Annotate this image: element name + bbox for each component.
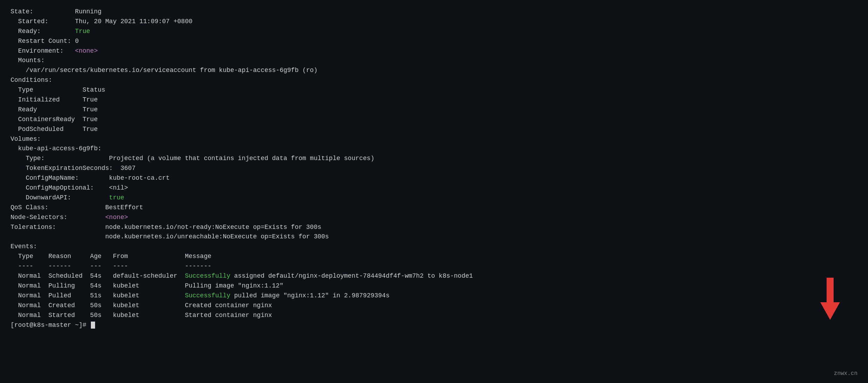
arrow-down-indicator [820, 302, 840, 320]
terminal-output: State: Running Started: Thu, 20 May 2021… [11, 7, 857, 330]
watermark: znwx.cn [834, 370, 857, 377]
